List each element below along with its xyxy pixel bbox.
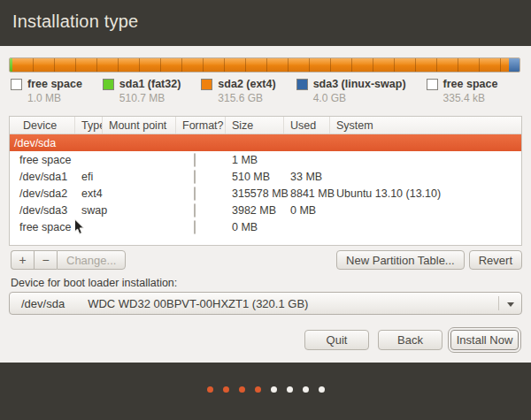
legend-size: 1.0 MB [27, 92, 82, 104]
progress-dot [223, 386, 229, 393]
add-partition-button[interactable]: + [11, 250, 34, 270]
legend-label: sda3 (linux-swap) [313, 78, 406, 90]
format-checkbox[interactable] [194, 203, 196, 218]
table-actions: New Partition Table... Revert [336, 250, 522, 270]
disk-segment-sda2 [12, 58, 510, 72]
progress-dot [207, 386, 213, 393]
legend-label: sda2 (ext4) [218, 78, 275, 90]
partition-legend: free space 1.0 MB sda1 (fat32) 510.7 MB … [11, 78, 497, 104]
change-partition-button[interactable]: Change... [57, 250, 126, 270]
boot-device-name: /dev/sda [21, 297, 65, 310]
install-now-button[interactable]: Install Now [450, 330, 519, 350]
cell-size: 315578 MB [226, 187, 284, 200]
cell-device: /dev/sda1 [10, 171, 75, 183]
partition-table: Device Type Mount point Format? Size Use… [9, 116, 522, 246]
cell-device: free space [10, 221, 75, 233]
cell-type: ext4 [75, 187, 103, 200]
boot-device-dropdown[interactable]: /dev/sda WDC WD32 00BPVT-00HXZT1 (320.1 … [9, 292, 522, 315]
legend-label: free space [27, 78, 82, 90]
legend-item: free space 335.4 kB [427, 78, 498, 104]
legend-size: 510.7 MB [119, 92, 181, 104]
cell-used: 8841 MB [284, 187, 330, 200]
table-row[interactable]: /dev/sda2 ext4 315578 MB 8841 MB Ubuntu … [10, 185, 521, 202]
format-checkbox[interactable] [194, 187, 196, 201]
legend-swatch [296, 79, 308, 90]
format-checkbox[interactable] [194, 220, 196, 234]
column-header-system[interactable]: System [330, 117, 521, 134]
progress-dot [287, 386, 293, 393]
legend-swatch [201, 79, 212, 90]
new-partition-table-button[interactable]: New Partition Table... [336, 250, 465, 270]
cell-type: efi [75, 171, 103, 183]
table-header: Device Type Mount point Format? Size Use… [10, 117, 521, 134]
legend-swatch [103, 79, 114, 90]
cell-system: Ubuntu 13.10 (13.10) [330, 187, 521, 200]
disk-usage-bar [9, 57, 520, 73]
table-body: free space 1 MB /dev/sda1 efi 510 MB 33 … [10, 151, 521, 235]
cell-device: free space [10, 154, 75, 166]
chevron-down-icon [507, 302, 514, 307]
installer-window: Installation type free space 1.0 MB sda1… [0, 0, 531, 420]
progress-dot [303, 386, 309, 393]
legend-swatch [427, 79, 438, 90]
cell-size: 0 MB [226, 221, 284, 233]
column-header-size[interactable]: Size [226, 117, 284, 134]
progress-dots [0, 386, 531, 393]
legend-size: 335.4 kB [443, 92, 498, 104]
table-row[interactable]: /dev/sda1 efi 510 MB 33 MB [10, 168, 521, 185]
legend-label: free space [443, 78, 498, 90]
back-button[interactable]: Back [378, 330, 442, 350]
mouse-cursor [73, 218, 85, 236]
title-bar: Installation type [0, 0, 531, 46]
format-checkbox[interactable] [194, 153, 196, 167]
cell-size: 510 MB [226, 171, 284, 183]
cell-used: 0 MB [284, 204, 330, 217]
progress-dot [239, 386, 245, 393]
dropdown-separator [498, 296, 499, 310]
table-row[interactable]: /dev/sda3 swap 3982 MB 0 MB [10, 202, 521, 218]
column-header-used[interactable]: Used [284, 117, 330, 134]
legend-swatch [11, 79, 22, 90]
remove-partition-button[interactable]: − [34, 250, 57, 270]
cell-used: 33 MB [284, 171, 330, 183]
cell-size: 1 MB [226, 154, 284, 166]
boot-device-description: WDC WD32 00BPVT-00HXZT1 (320.1 GB) [88, 297, 308, 310]
legend-item: free space 1.0 MB [11, 78, 82, 104]
revert-button[interactable]: Revert [469, 250, 522, 270]
legend-item: sda2 (ext4) 315.6 GB [201, 78, 275, 104]
legend-item: sda1 (fat32) 510.7 MB [103, 78, 181, 104]
legend-size: 315.6 GB [218, 92, 275, 104]
page-title: Installation type [12, 11, 138, 32]
progress-dot [319, 386, 325, 393]
boot-loader-label: Device for boot loader installation: [11, 277, 177, 289]
progress-dot [271, 386, 277, 393]
disk-segment-sda3 [509, 58, 519, 72]
cell-size: 3982 MB [226, 204, 284, 217]
progress-dot [255, 386, 261, 393]
column-header-format[interactable]: Format? [176, 117, 226, 134]
table-row[interactable]: free space 1 MB [10, 151, 521, 168]
quit-button[interactable]: Quit [304, 330, 369, 350]
format-checkbox[interactable] [194, 170, 196, 184]
column-header-device[interactable]: Device [10, 117, 75, 134]
cell-type: swap [75, 204, 103, 217]
legend-size: 4.0 GB [313, 92, 406, 104]
table-row-disk[interactable]: /dev/sda [10, 134, 521, 151]
partition-edit-buttons: + − Change... [11, 250, 126, 270]
table-row[interactable]: free space 0 MB [10, 218, 521, 235]
column-header-mount-point[interactable]: Mount point [103, 117, 176, 134]
cell-device: /dev/sda2 [10, 187, 75, 200]
column-header-type[interactable]: Type [75, 117, 103, 134]
footer-bar [0, 363, 531, 420]
cell-device: /dev/sda3 [10, 204, 75, 217]
legend-label: sda1 (fat32) [119, 78, 181, 90]
legend-item: sda3 (linux-swap) 4.0 GB [296, 78, 406, 104]
